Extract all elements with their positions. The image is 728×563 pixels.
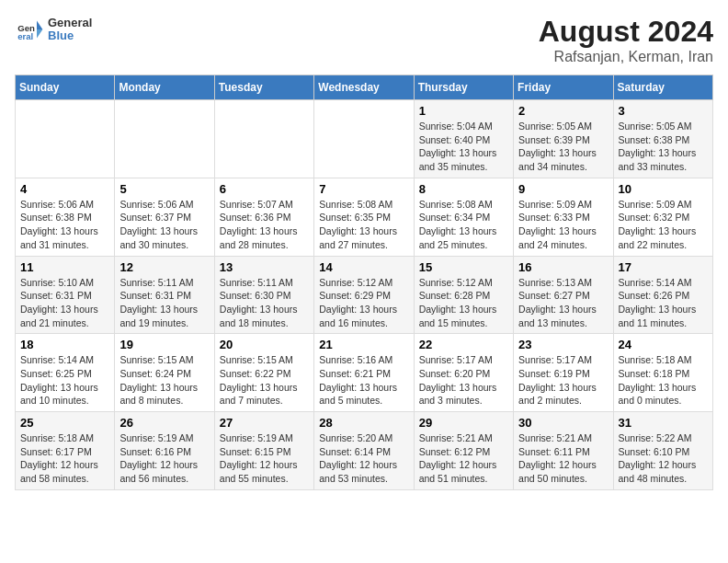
calendar-cell: 30Sunrise: 5:21 AM Sunset: 6:11 PM Dayli… <box>514 412 613 490</box>
day-number: 7 <box>319 182 408 196</box>
calendar-cell: 17Sunrise: 5:14 AM Sunset: 6:26 PM Dayli… <box>613 256 712 334</box>
calendar-cell: 21Sunrise: 5:16 AM Sunset: 6:21 PM Dayli… <box>314 334 414 412</box>
calendar-cell <box>115 100 214 178</box>
day-info: Sunrise: 5:08 AM Sunset: 6:34 PM Dayligh… <box>419 198 508 252</box>
logo-icon: Gen eral <box>15 15 44 44</box>
day-number: 5 <box>119 182 209 196</box>
weekday-header-friday: Friday <box>514 75 613 100</box>
location: Rafsanjan, Kerman, Iran <box>539 49 713 65</box>
day-info: Sunrise: 5:18 AM Sunset: 6:17 PM Dayligh… <box>20 431 109 486</box>
calendar-cell <box>214 100 313 178</box>
calendar-cell <box>314 100 414 178</box>
day-number: 18 <box>20 338 109 351</box>
day-info: Sunrise: 5:06 AM Sunset: 6:37 PM Dayligh… <box>119 198 209 252</box>
calendar-cell: 1Sunrise: 5:04 AM Sunset: 6:40 PM Daylig… <box>414 100 513 178</box>
day-number: 15 <box>419 260 508 274</box>
day-number: 8 <box>419 182 508 196</box>
week-row-3: 11Sunrise: 5:10 AM Sunset: 6:31 PM Dayli… <box>16 256 713 334</box>
calendar-cell: 8Sunrise: 5:08 AM Sunset: 6:34 PM Daylig… <box>414 178 513 256</box>
calendar-cell: 29Sunrise: 5:21 AM Sunset: 6:12 PM Dayli… <box>414 412 513 490</box>
day-number: 29 <box>419 416 508 430</box>
day-info: Sunrise: 5:06 AM Sunset: 6:38 PM Dayligh… <box>20 198 109 252</box>
calendar-cell: 19Sunrise: 5:15 AM Sunset: 6:24 PM Dayli… <box>115 334 214 412</box>
logo-general: General <box>48 17 92 29</box>
weekday-header-saturday: Saturday <box>613 75 712 100</box>
calendar-cell: 12Sunrise: 5:11 AM Sunset: 6:31 PM Dayli… <box>115 256 214 334</box>
day-info: Sunrise: 5:21 AM Sunset: 6:12 PM Dayligh… <box>419 431 508 486</box>
day-info: Sunrise: 5:04 AM Sunset: 6:40 PM Dayligh… <box>419 120 508 174</box>
day-number: 22 <box>419 338 508 351</box>
day-info: Sunrise: 5:07 AM Sunset: 6:36 PM Dayligh… <box>220 198 309 252</box>
day-number: 16 <box>518 260 608 274</box>
day-number: 10 <box>619 182 708 196</box>
calendar-cell: 20Sunrise: 5:15 AM Sunset: 6:22 PM Dayli… <box>214 334 313 412</box>
day-number: 19 <box>119 338 209 351</box>
day-info: Sunrise: 5:16 AM Sunset: 6:21 PM Dayligh… <box>319 353 408 408</box>
calendar-cell: 23Sunrise: 5:17 AM Sunset: 6:19 PM Dayli… <box>514 334 613 412</box>
day-number: 1 <box>419 104 508 118</box>
logo-blue: Blue <box>48 29 92 42</box>
day-info: Sunrise: 5:11 AM Sunset: 6:30 PM Dayligh… <box>220 276 309 330</box>
day-number: 17 <box>619 260 708 274</box>
calendar-cell: 28Sunrise: 5:20 AM Sunset: 6:14 PM Dayli… <box>314 412 414 490</box>
weekday-header-thursday: Thursday <box>414 75 513 100</box>
day-info: Sunrise: 5:17 AM Sunset: 6:20 PM Dayligh… <box>419 353 508 408</box>
day-info: Sunrise: 5:05 AM Sunset: 6:39 PM Dayligh… <box>518 120 608 174</box>
day-number: 2 <box>518 104 608 118</box>
day-number: 11 <box>20 260 109 274</box>
day-info: Sunrise: 5:05 AM Sunset: 6:38 PM Dayligh… <box>619 120 708 174</box>
calendar-cell: 13Sunrise: 5:11 AM Sunset: 6:30 PM Dayli… <box>214 256 313 334</box>
day-info: Sunrise: 5:19 AM Sunset: 6:16 PM Dayligh… <box>119 431 209 486</box>
svg-marker-2 <box>37 20 42 29</box>
day-info: Sunrise: 5:15 AM Sunset: 6:22 PM Dayligh… <box>220 353 309 408</box>
weekday-header-sunday: Sunday <box>16 75 115 100</box>
day-info: Sunrise: 5:22 AM Sunset: 6:10 PM Dayligh… <box>619 431 708 486</box>
weekday-header-monday: Monday <box>115 75 214 100</box>
calendar-cell: 24Sunrise: 5:18 AM Sunset: 6:18 PM Dayli… <box>613 334 712 412</box>
day-number: 26 <box>119 416 209 430</box>
week-row-5: 25Sunrise: 5:18 AM Sunset: 6:17 PM Dayli… <box>16 412 713 490</box>
day-number: 6 <box>220 182 309 196</box>
day-number: 24 <box>619 338 708 351</box>
calendar-cell: 2Sunrise: 5:05 AM Sunset: 6:39 PM Daylig… <box>514 100 613 178</box>
day-info: Sunrise: 5:17 AM Sunset: 6:19 PM Dayligh… <box>518 353 608 408</box>
calendar-cell: 25Sunrise: 5:18 AM Sunset: 6:17 PM Dayli… <box>16 412 115 490</box>
day-info: Sunrise: 5:14 AM Sunset: 6:25 PM Dayligh… <box>20 353 109 408</box>
calendar-cell: 22Sunrise: 5:17 AM Sunset: 6:20 PM Dayli… <box>414 334 513 412</box>
day-info: Sunrise: 5:11 AM Sunset: 6:31 PM Dayligh… <box>119 276 209 330</box>
calendar-cell: 27Sunrise: 5:19 AM Sunset: 6:15 PM Dayli… <box>214 412 313 490</box>
day-number: 9 <box>518 182 608 196</box>
calendar-cell: 9Sunrise: 5:09 AM Sunset: 6:33 PM Daylig… <box>514 178 613 256</box>
calendar-cell: 18Sunrise: 5:14 AM Sunset: 6:25 PM Dayli… <box>16 334 115 412</box>
day-number: 13 <box>220 260 309 274</box>
calendar-cell: 14Sunrise: 5:12 AM Sunset: 6:29 PM Dayli… <box>314 256 414 334</box>
weekday-header-wednesday: Wednesday <box>314 75 414 100</box>
calendar-table: SundayMondayTuesdayWednesdayThursdayFrid… <box>15 75 713 490</box>
calendar-cell: 15Sunrise: 5:12 AM Sunset: 6:28 PM Dayli… <box>414 256 513 334</box>
calendar-cell: 31Sunrise: 5:22 AM Sunset: 6:10 PM Dayli… <box>613 412 712 490</box>
page-header: Gen eral General Blue August 2024 Rafsan… <box>15 15 713 65</box>
day-info: Sunrise: 5:09 AM Sunset: 6:32 PM Dayligh… <box>619 198 708 252</box>
day-number: 23 <box>518 338 608 351</box>
calendar-cell: 11Sunrise: 5:10 AM Sunset: 6:31 PM Dayli… <box>16 256 115 334</box>
svg-marker-3 <box>37 29 42 39</box>
day-number: 25 <box>20 416 109 430</box>
day-number: 30 <box>518 416 608 430</box>
svg-text:eral: eral <box>17 31 33 41</box>
calendar-cell: 5Sunrise: 5:06 AM Sunset: 6:37 PM Daylig… <box>115 178 214 256</box>
day-info: Sunrise: 5:12 AM Sunset: 6:29 PM Dayligh… <box>319 276 408 330</box>
day-info: Sunrise: 5:15 AM Sunset: 6:24 PM Dayligh… <box>119 353 209 408</box>
day-number: 28 <box>319 416 408 430</box>
calendar-cell: 7Sunrise: 5:08 AM Sunset: 6:35 PM Daylig… <box>314 178 414 256</box>
day-number: 14 <box>319 260 408 274</box>
day-number: 12 <box>119 260 209 274</box>
day-number: 31 <box>619 416 708 430</box>
calendar-cell <box>16 100 115 178</box>
calendar-cell: 16Sunrise: 5:13 AM Sunset: 6:27 PM Dayli… <box>514 256 613 334</box>
calendar-cell: 3Sunrise: 5:05 AM Sunset: 6:38 PM Daylig… <box>613 100 712 178</box>
day-number: 27 <box>220 416 309 430</box>
week-row-2: 4Sunrise: 5:06 AM Sunset: 6:38 PM Daylig… <box>16 178 713 256</box>
weekday-header-row: SundayMondayTuesdayWednesdayThursdayFrid… <box>16 75 713 100</box>
month-year: August 2024 <box>539 15 713 49</box>
day-info: Sunrise: 5:13 AM Sunset: 6:27 PM Dayligh… <box>518 276 608 330</box>
